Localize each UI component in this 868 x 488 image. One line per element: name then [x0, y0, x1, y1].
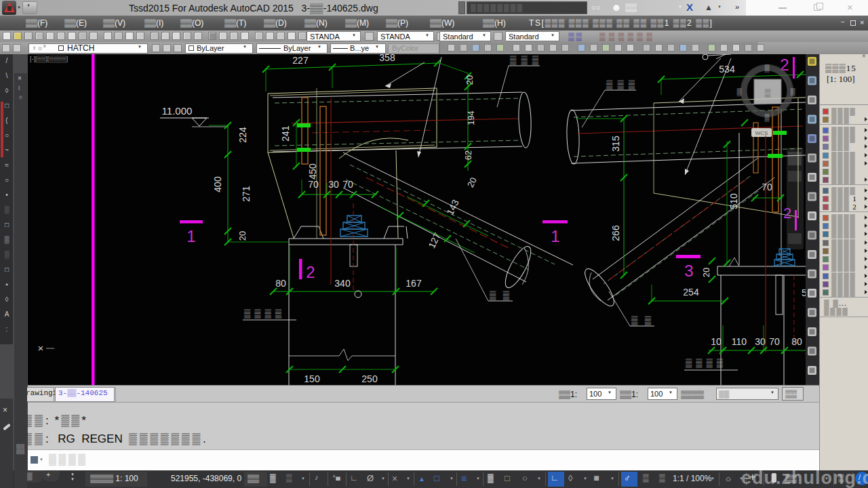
svg-text:167: 167 [406, 278, 422, 289]
svg-text:▒: ▒ [736, 88, 742, 96]
svg-text:30: 30 [755, 336, 766, 347]
svg-text:▒: ▒ [765, 88, 771, 98]
svg-text:70: 70 [769, 336, 780, 347]
svg-text:▒: ▒ [764, 114, 770, 122]
svg-text:80: 80 [275, 278, 286, 289]
svg-text:×: × [38, 342, 44, 354]
svg-text:224: 224 [237, 127, 248, 143]
svg-text:450: 450 [307, 163, 318, 180]
svg-text:510: 510 [728, 193, 739, 209]
svg-text:11.000: 11.000 [162, 105, 193, 117]
svg-text:400: 400 [212, 176, 223, 192]
svg-text:1: 1 [551, 227, 559, 245]
svg-text:70: 70 [308, 179, 319, 190]
svg-text:70: 70 [762, 182, 772, 192]
svg-text:340: 340 [334, 278, 351, 289]
svg-text:30: 30 [328, 179, 339, 190]
svg-text:241: 241 [280, 125, 291, 142]
svg-text:▒▒▒: ▒▒▒ [510, 55, 539, 66]
svg-text:10: 10 [711, 336, 722, 347]
svg-text:254: 254 [683, 287, 699, 298]
svg-text:▒: ▒ [764, 64, 770, 73]
svg-text:20: 20 [701, 268, 711, 277]
svg-text:110: 110 [732, 336, 747, 347]
svg-text:250: 250 [361, 373, 378, 384]
svg-text:▒▒▒: ▒▒▒ [606, 79, 635, 90]
svg-text:2: 2 [306, 263, 315, 281]
svg-text:80: 80 [791, 336, 802, 347]
svg-text:358: 358 [379, 54, 395, 63]
svg-text:▒: ▒ [790, 88, 795, 96]
svg-text:[-][▒▒][▒▒▒▒]: [-][▒▒][▒▒▒▒] [30, 56, 68, 63]
svg-text:271: 271 [241, 186, 252, 202]
svg-text:266: 266 [610, 225, 621, 241]
svg-text:1: 1 [186, 227, 195, 245]
svg-text:70: 70 [342, 179, 353, 190]
svg-text:62: 62 [463, 150, 473, 160]
svg-text:20: 20 [237, 231, 248, 241]
svg-text:150: 150 [304, 373, 320, 384]
svg-text:20: 20 [465, 75, 475, 85]
svg-text:194: 194 [466, 110, 476, 125]
svg-text:WCS: WCS [755, 130, 768, 136]
svg-text:227: 227 [292, 55, 309, 66]
svg-text:315: 315 [610, 136, 621, 152]
svg-text:3: 3 [684, 262, 693, 280]
